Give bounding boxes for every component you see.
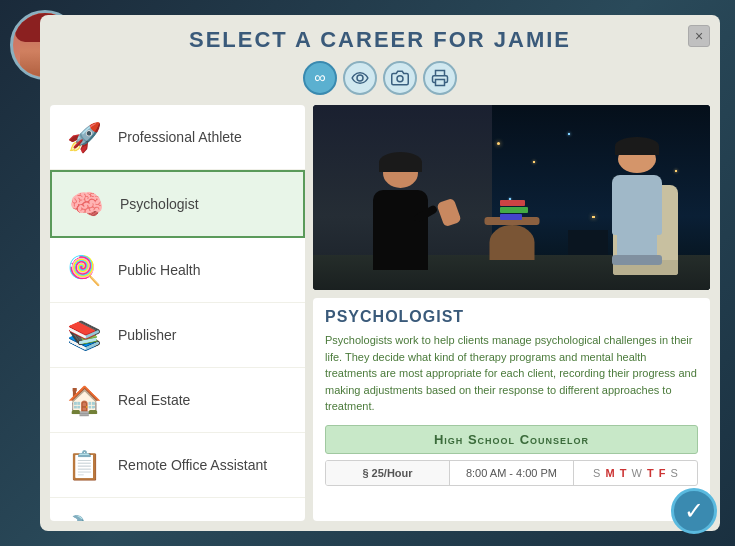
detail-info: Psychologist Psychologists work to help … xyxy=(313,298,710,521)
day-t1: T xyxy=(620,467,627,479)
toolbar-print-button[interactable] xyxy=(423,61,457,95)
confirm-button[interactable]: ✓ xyxy=(671,488,717,534)
career-item-psychologist[interactable]: 🧠 Psychologist xyxy=(50,170,305,238)
close-button[interactable]: × xyxy=(688,25,710,47)
career-item-remote-office[interactable]: 📋 Remote Office Assistant xyxy=(50,433,305,498)
svg-point-0 xyxy=(357,75,363,81)
header: Select a Career for Jamie × xyxy=(40,15,720,61)
publisher-label: Publisher xyxy=(118,327,176,343)
day-s2: S xyxy=(671,467,678,479)
content-area: 🚀 Professional Athlete 🧠 Psychologist 🍭 … xyxy=(40,105,720,531)
job-level: High School Counselor xyxy=(325,425,698,454)
day-s1: S xyxy=(593,467,600,479)
toolbar-camera1-button[interactable] xyxy=(343,61,377,95)
professional-athlete-icon: 🚀 xyxy=(60,113,108,161)
real-estate-icon: 🏠 xyxy=(60,376,108,424)
psychologist-label: Psychologist xyxy=(120,196,199,212)
career-item-public-health[interactable]: 🍭 Public Health xyxy=(50,238,305,303)
career-item-more[interactable]: 🔧 ... xyxy=(50,498,305,521)
public-health-label: Public Health xyxy=(118,262,201,278)
svg-point-1 xyxy=(397,76,403,82)
career-item-real-estate[interactable]: 🏠 Real Estate xyxy=(50,368,305,433)
psychologist-icon: 🧠 xyxy=(62,180,110,228)
toolbar-camera2-button[interactable] xyxy=(383,61,417,95)
more-icon: 🔧 xyxy=(60,506,108,521)
svg-rect-2 xyxy=(436,80,445,86)
day-t2: T xyxy=(647,467,654,479)
main-panel: Select a Career for Jamie × ∞ xyxy=(40,15,720,531)
real-estate-label: Real Estate xyxy=(118,392,190,408)
remote-office-label: Remote Office Assistant xyxy=(118,457,267,473)
day-w: W xyxy=(632,467,642,479)
career-list[interactable]: 🚀 Professional Athlete 🧠 Psychologist 🍭 … xyxy=(50,105,305,521)
publisher-icon: 📚 xyxy=(60,311,108,359)
pay-stat: § 25/Hour xyxy=(326,461,450,485)
day-f: F xyxy=(659,467,666,479)
selected-career-title: Psychologist xyxy=(325,308,698,326)
public-health-icon: 🍭 xyxy=(60,246,108,294)
toolbar-infinity-button[interactable]: ∞ xyxy=(303,61,337,95)
remote-office-icon: 📋 xyxy=(60,441,108,489)
career-image xyxy=(313,105,710,290)
toolbar: ∞ xyxy=(40,61,720,105)
professional-athlete-label: Professional Athlete xyxy=(118,129,242,145)
career-item-publisher[interactable]: 📚 Publisher xyxy=(50,303,305,368)
job-stats: § 25/Hour 8:00 AM - 4:00 PM S M T W T F … xyxy=(325,460,698,486)
days-stat: S M T W T F S xyxy=(574,461,697,485)
day-m: M xyxy=(605,467,614,479)
detail-panel: Psychologist Psychologists work to help … xyxy=(313,105,710,521)
career-description: Psychologists work to help clients manag… xyxy=(325,332,698,415)
hours-stat: 8:00 AM - 4:00 PM xyxy=(450,461,574,485)
career-item-professional-athlete[interactable]: 🚀 Professional Athlete xyxy=(50,105,305,170)
page-title: Select a Career for Jamie xyxy=(60,27,700,53)
